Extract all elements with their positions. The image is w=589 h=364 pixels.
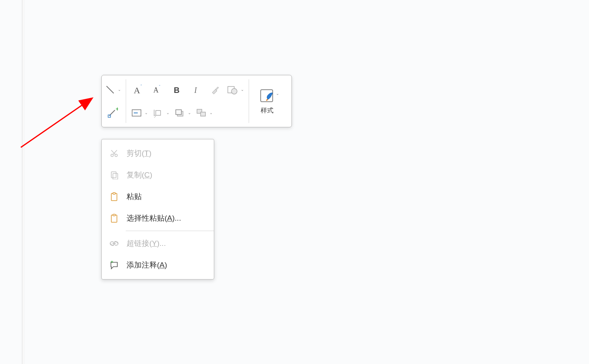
menu-paste-label: 粘贴 (127, 191, 142, 202)
chevron-down-icon: ⌄ (145, 111, 148, 115)
group-icon (196, 108, 207, 118)
shape-fill-button[interactable]: ⌄ (225, 81, 245, 99)
format-painter-button[interactable] (206, 81, 224, 99)
scissors-icon (109, 148, 119, 159)
svg-text:A: A (134, 85, 140, 95)
connector-button[interactable]: + (103, 104, 121, 122)
svg-rect-30 (113, 193, 115, 194)
svg-point-13 (231, 88, 237, 94)
italic-button[interactable]: I (187, 81, 205, 99)
increase-font-icon: A ˆ (132, 84, 144, 96)
svg-text:ˆ: ˆ (141, 84, 142, 89)
menu-copy: 复制(C) (102, 164, 214, 186)
italic-icon: I (191, 85, 201, 95)
link-icon (109, 238, 119, 249)
svg-rect-21 (201, 112, 205, 116)
align-icon (131, 108, 142, 118)
decrease-font-icon: A ˇ (151, 84, 163, 96)
distribute-icon (153, 108, 164, 118)
group-button[interactable]: ⌄ (194, 104, 214, 122)
menu-copy-label: 复制(C) (127, 170, 152, 180)
line-icon (105, 84, 115, 95)
svg-text:A: A (153, 86, 159, 94)
svg-rect-27 (111, 172, 116, 178)
chevron-down-icon: ⌄ (188, 111, 191, 115)
line-style-button[interactable]: ⌄ (103, 81, 123, 99)
menu-paste[interactable]: 粘贴 (102, 186, 214, 207)
svg-line-1 (21, 99, 90, 147)
annotation-arrow (19, 75, 95, 151)
menu-paste-special[interactable]: 选择性粘贴(A)... (102, 207, 214, 229)
distribute-button[interactable]: ⌄ (151, 104, 171, 122)
bring-forward-button[interactable]: ⌄ (173, 104, 193, 122)
svg-rect-17 (156, 111, 161, 115)
styles-label: 样式 (261, 107, 273, 115)
connector-icon: + (106, 107, 118, 119)
brush-icon (210, 84, 220, 95)
menu-separator (126, 231, 214, 231)
copy-icon (109, 170, 119, 180)
menu-comment-label: 添加注释(A) (127, 260, 167, 270)
svg-text:+: + (111, 261, 113, 265)
svg-text:+: + (116, 107, 118, 112)
page-left-edge (22, 0, 24, 364)
paste-special-icon (109, 213, 119, 223)
svg-rect-32 (113, 214, 115, 216)
bold-button[interactable]: B (168, 81, 185, 99)
align-button[interactable]: ⌄ (129, 104, 149, 122)
styles-button[interactable]: ⌄ 样式 (254, 78, 280, 125)
context-menu: 剪切(T) 复制(C) 粘贴 选择性粘贴(A)... 超链接(Y)... + 添… (101, 139, 214, 280)
styles-icon (258, 87, 276, 105)
svg-rect-28 (113, 173, 118, 179)
menu-hyperlink: 超链接(Y)... (102, 233, 214, 254)
chevron-down-icon: ⌄ (209, 111, 213, 115)
chevron-down-icon: ⌄ (118, 87, 121, 92)
chevron-down-icon: ⌄ (166, 111, 169, 115)
comment-icon: + (109, 260, 119, 270)
increase-font-button[interactable]: A ˆ (129, 81, 147, 99)
svg-rect-19 (176, 110, 181, 115)
svg-text:B: B (174, 86, 179, 95)
svg-text:ˇ: ˇ (159, 85, 161, 89)
chevron-down-icon: ⌄ (276, 91, 279, 96)
menu-comment[interactable]: + 添加注释(A) (102, 254, 214, 276)
bring-forward-icon (174, 108, 185, 118)
chevron-down-icon: ⌄ (241, 87, 244, 92)
paste-icon (109, 191, 119, 202)
svg-line-2 (107, 86, 114, 93)
shape-fill-icon (227, 85, 238, 95)
menu-paste-special-label: 选择性粘贴(A)... (127, 213, 181, 223)
menu-hyperlink-label: 超链接(Y)... (127, 238, 166, 249)
bold-icon: B (172, 85, 181, 95)
decrease-font-button[interactable]: A ˇ (149, 81, 166, 99)
menu-cut-label: 剪切(T) (127, 148, 151, 159)
mini-toolbar: ⌄ + A ˆ A (101, 75, 292, 127)
menu-cut: 剪切(T) (102, 143, 214, 164)
svg-text:I: I (194, 86, 197, 95)
